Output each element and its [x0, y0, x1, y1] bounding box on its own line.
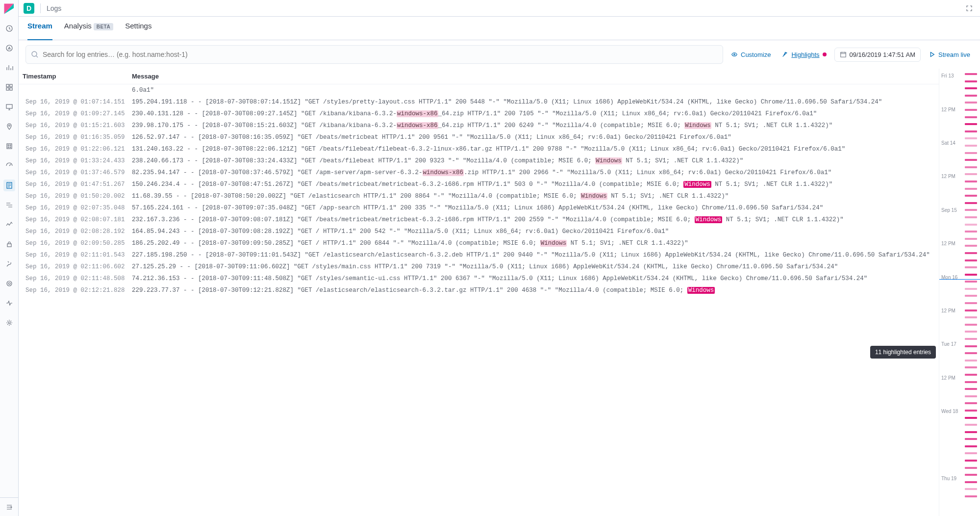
nav-canvas-icon[interactable]: [3, 101, 15, 113]
log-row[interactable]: Sep 16, 2019 @ 01:47:51.267150.246.234.4…: [19, 179, 939, 190]
nav-metrics-icon[interactable]: [3, 160, 15, 172]
log-row[interactable]: Sep 16, 2019 @ 01:07:14.151195.204.191.1…: [19, 96, 939, 108]
minimap-bar: [965, 360, 977, 361]
minimap-bar: [965, 366, 977, 368]
log-row[interactable]: Sep 16, 2019 @ 01:09:27.145230.40.131.12…: [19, 108, 939, 120]
minimap-bar: [965, 209, 977, 211]
log-row[interactable]: Sep 16, 2019 @ 01:50:20.00211.68.39.55 -…: [19, 190, 939, 202]
minimap-label: Thu 19: [941, 476, 956, 481]
log-message: 74.212.36.153 - - [2018-07-30T09:11:48.5…: [132, 274, 936, 284]
svg-point-11: [8, 145, 9, 146]
fullscreen-icon[interactable]: [963, 2, 975, 14]
log-row[interactable]: Sep 16, 2019 @ 02:07:35.04857.165.224.16…: [19, 202, 939, 214]
log-timestamp: Sep 16, 2019 @ 01:50:20.002: [22, 191, 132, 201]
minimap-bar: [965, 417, 977, 419]
stream-live-button[interactable]: Stream live: [926, 49, 973, 60]
highlights-button[interactable]: Highlights: [779, 49, 829, 60]
log-row[interactable]: Sep 16, 2019 @ 02:11:06.60227.125.25.29 …: [19, 261, 939, 273]
minimap-bar: [965, 352, 977, 354]
date-picker[interactable]: 09/16/2019 1:47:51 AM: [834, 48, 921, 62]
minimap-label: Sep 15: [941, 207, 957, 213]
nav-dashboard-icon[interactable]: [3, 81, 15, 93]
toolbar: Customize Highlights 09/16/2019 1:47:51 …: [19, 40, 980, 69]
log-message: 57.165.224.161 - - [2018-07-30T09:07:35.…: [132, 203, 936, 213]
minimap-bar: [965, 488, 977, 490]
svg-point-14: [10, 147, 11, 148]
log-message: 164.85.94.243 - - [2018-07-30T09:08:28.1…: [132, 227, 936, 236]
nav-management-icon[interactable]: [3, 317, 15, 329]
nav-infrastructure-icon[interactable]: [3, 140, 15, 152]
log-table-body[interactable]: 6.0a1"Sep 16, 2019 @ 01:07:14.151195.204…: [19, 84, 939, 516]
log-row[interactable]: 6.0a1": [19, 84, 939, 96]
nav-uptime-icon[interactable]: [3, 219, 15, 231]
minimap-bar: [965, 109, 977, 111]
svg-rect-4: [6, 84, 9, 87]
breadcrumb-title: Logs: [47, 4, 61, 12]
log-row[interactable]: Sep 16, 2019 @ 02:08:28.192164.85.94.243…: [19, 226, 939, 237]
log-message: 238.240.66.173 - - [2018-07-30T08:33:24.…: [132, 156, 936, 166]
minimap-bar: [965, 123, 977, 125]
minimap-bar: [965, 424, 977, 426]
search-icon: [31, 51, 39, 58]
log-row[interactable]: Sep 16, 2019 @ 01:22:06.121131.240.163.2…: [19, 143, 939, 155]
log-timestamp: Sep 16, 2019 @ 01:09:27.145: [22, 109, 132, 119]
minimap-label: Mon 16: [941, 275, 957, 280]
svg-point-18: [8, 283, 10, 284]
log-timestamp: Sep 16, 2019 @ 02:08:07.181: [22, 215, 132, 225]
log-row[interactable]: Sep 16, 2019 @ 01:15:21.603239.98.170.17…: [19, 120, 939, 131]
customize-button[interactable]: Customize: [728, 49, 774, 60]
minimap-bar: [965, 274, 977, 276]
minimap-bar: [965, 338, 977, 340]
log-timestamp: Sep 16, 2019 @ 02:07:35.048: [22, 203, 132, 213]
log-row[interactable]: Sep 16, 2019 @ 01:16:35.059126.52.97.147…: [19, 131, 939, 143]
svg-rect-8: [6, 104, 12, 108]
minimap-bar: [965, 95, 977, 97]
nav-security-icon[interactable]: [3, 238, 15, 250]
nav-monitoring-icon[interactable]: [3, 297, 15, 309]
kibana-logo-icon[interactable]: [3, 3, 15, 15]
minimap-bar: [965, 181, 977, 182]
minimap-bar: [965, 238, 977, 240]
minimap-bar: [965, 467, 977, 469]
minimap-bar: [965, 288, 977, 290]
minimap-bar: [965, 173, 977, 175]
search-input-wrap[interactable]: [25, 45, 723, 64]
minimap[interactable]: Fri 1312 PMSat 1412 PMSep 1512 PMMon 161…: [939, 69, 980, 516]
space-badge[interactable]: D: [24, 3, 34, 14]
minimap-label: 12 PM: [941, 375, 955, 381]
svg-point-17: [7, 281, 12, 286]
play-icon: [929, 51, 935, 58]
log-row[interactable]: Sep 16, 2019 @ 02:08:07.181232.167.3.236…: [19, 214, 939, 226]
log-row[interactable]: Sep 16, 2019 @ 02:12:21.828229.223.77.37…: [19, 284, 939, 296]
nav-recently-viewed-icon[interactable]: [3, 23, 15, 34]
log-row[interactable]: Sep 16, 2019 @ 02:11:01.543227.185.198.2…: [19, 249, 939, 261]
nav-maps-icon[interactable]: [3, 121, 15, 132]
log-row[interactable]: Sep 16, 2019 @ 02:11:48.50874.212.36.153…: [19, 273, 939, 284]
tab-analysis[interactable]: AnalysisBETA: [64, 22, 113, 35]
nav-logs-icon[interactable]: [3, 180, 15, 191]
highlight-icon: [781, 51, 788, 58]
minimap-bar: [965, 495, 977, 497]
log-message: 126.52.97.147 - - [2018-07-30T08:16:35.0…: [132, 132, 936, 142]
log-timestamp: Sep 16, 2019 @ 02:11:01.543: [22, 250, 132, 260]
log-timestamp: Sep 16, 2019 @ 02:08:28.192: [22, 227, 132, 236]
minimap-bar: [965, 410, 977, 412]
log-row[interactable]: Sep 16, 2019 @ 01:37:46.57982.235.94.147…: [19, 167, 939, 179]
collapse-nav-icon[interactable]: [0, 497, 19, 516]
nav-ml-icon[interactable]: [3, 278, 15, 289]
nav-discover-icon[interactable]: [3, 42, 15, 54]
log-row[interactable]: Sep 16, 2019 @ 02:09:50.285186.25.202.49…: [19, 237, 939, 249]
tab-settings[interactable]: Settings: [125, 22, 151, 35]
nav-dev-tools-icon[interactable]: [3, 258, 15, 270]
minimap-bar: [965, 130, 977, 132]
minimap-label: 12 PM: [941, 308, 955, 313]
svg-point-12: [10, 145, 11, 146]
nav-apm-icon[interactable]: [3, 199, 15, 211]
nav-visualize-icon[interactable]: [3, 62, 15, 74]
tab-stream[interactable]: Stream: [27, 22, 52, 35]
minimap-bar: [965, 474, 977, 476]
minimap-bar: [965, 202, 977, 204]
svg-point-13: [8, 147, 9, 148]
log-row[interactable]: Sep 16, 2019 @ 01:33:24.433238.240.66.17…: [19, 155, 939, 167]
search-input[interactable]: [43, 51, 718, 58]
